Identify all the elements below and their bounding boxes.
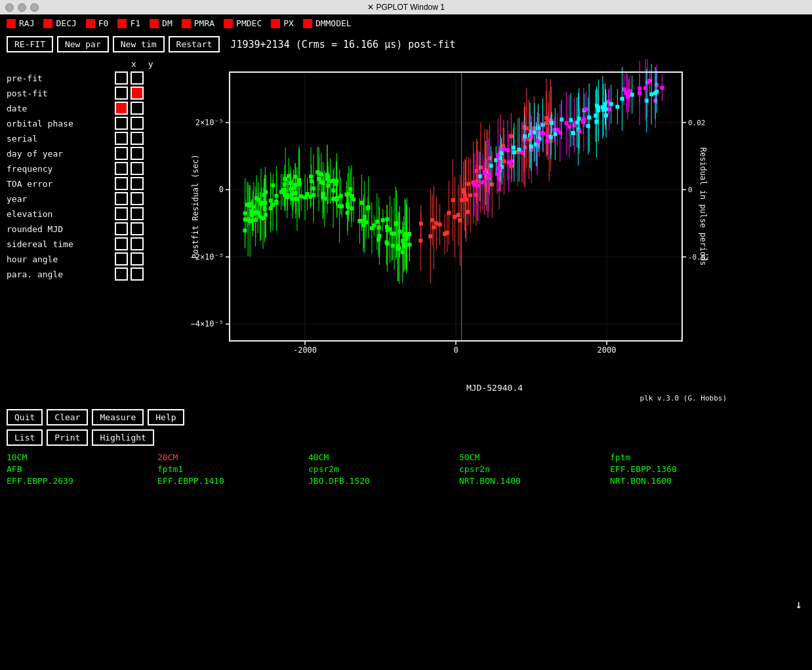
x-checkbox[interactable] (115, 132, 128, 145)
clear-button[interactable]: Clear (47, 409, 88, 425)
y-checkbox[interactable] (131, 117, 144, 130)
legend-item-fptm: fptm (610, 452, 761, 462)
row-hour-angle: hour angle (7, 252, 184, 266)
y-checkbox[interactable] (131, 222, 144, 235)
legend-row: 10CM20CM40CM50CMfptmAFBfptm1cpsr2mcpsr2n… (0, 450, 812, 488)
y-checkbox[interactable] (131, 237, 144, 250)
x-checkbox[interactable] (115, 162, 128, 175)
row-day-of-year: day of year (7, 147, 184, 160)
scroll-down-icon[interactable]: ↓ (795, 597, 802, 611)
newtim-button[interactable]: New tim (113, 36, 165, 52)
y-checkbox[interactable] (131, 162, 144, 175)
x-checkbox[interactable] (115, 237, 128, 250)
param-pmra[interactable]: PMRA (182, 18, 214, 28)
x-checkbox[interactable] (115, 192, 128, 205)
param-indicator (271, 19, 280, 28)
bottom-buttons: Quit Clear Measure Help List Print Highl… (0, 405, 812, 450)
help-button[interactable]: Help (148, 409, 184, 425)
param-indicator (224, 19, 233, 28)
legend-item-eff.ebpp.2639: EFF.EBPP.2639 (7, 476, 157, 486)
list-button[interactable]: List (7, 429, 43, 446)
row-sidereal-time: sidereal time (7, 237, 184, 250)
main-area: x y pre-fitpost-fitdateorbital phaseseri… (0, 56, 812, 405)
param-decj[interactable]: DECJ (43, 18, 76, 28)
x-checkbox[interactable] (115, 71, 128, 85)
row-label: rounded MJD (7, 224, 115, 234)
x-checkbox[interactable] (115, 267, 128, 281)
plk-version: plk v.3.0 (G. Hobbs) (184, 394, 727, 403)
x-checkbox[interactable] (115, 207, 128, 220)
plot-area: MJD-52940.4 plk v.3.0 (G. Hobbs) (184, 59, 805, 403)
window-title: ✕ PGPLOT Window 1 (367, 3, 445, 12)
plot-title: J1939+2134 (Crms = 16.166 μs) post-fit (230, 39, 455, 50)
legend-item-10cm: 10CM (7, 452, 157, 462)
y-checkbox[interactable] (131, 132, 144, 145)
y-checkbox[interactable] (131, 252, 144, 266)
minimize-button[interactable] (18, 3, 26, 12)
param-indicator (86, 19, 95, 28)
param-dmmodel[interactable]: DMMODEL (303, 18, 352, 28)
param-px[interactable]: PX (271, 18, 294, 28)
y-checkbox[interactable] (131, 192, 144, 205)
y-checkbox[interactable] (131, 267, 144, 281)
x-checkbox[interactable] (115, 87, 128, 100)
y-checkbox[interactable] (131, 71, 144, 85)
row-label: hour angle (7, 254, 115, 264)
measure-button[interactable]: Measure (92, 409, 144, 425)
newpar-button[interactable]: New par (57, 36, 109, 52)
plot-container (190, 59, 805, 380)
print-button[interactable]: Print (47, 429, 88, 446)
xy-header: x y (131, 59, 184, 69)
row-label: date (7, 104, 115, 113)
legend-item-40cm: 40CM (308, 452, 459, 462)
row-rounded-mjd: rounded MJD (7, 222, 184, 235)
param-indicator (117, 19, 127, 28)
row-elevation: elevation (7, 207, 184, 220)
close-button[interactable] (5, 3, 14, 12)
x-checkbox[interactable] (115, 117, 128, 130)
row-label: day of year (7, 149, 115, 159)
y-checkbox[interactable] (131, 147, 144, 160)
x-checkbox[interactable] (115, 252, 128, 266)
y-checkbox[interactable] (131, 102, 144, 115)
x-label: x (131, 59, 136, 69)
row-para.-angle: para. angle (7, 267, 184, 281)
row-serial: serial (7, 132, 184, 145)
param-pmdec[interactable]: PMDEC (224, 18, 262, 28)
y-checkbox[interactable] (131, 207, 144, 220)
row-label: TOA error (7, 179, 115, 189)
param-raj[interactable]: RAJ (7, 18, 34, 28)
param-f1[interactable]: F1 (117, 18, 140, 28)
param-indicator (43, 19, 52, 28)
legend-item-nrt.bon.1600: NRT.BON.1600 (610, 476, 761, 486)
left-panel: x y pre-fitpost-fitdateorbital phaseseri… (7, 59, 184, 403)
row-pre-fit: pre-fit (7, 71, 184, 85)
param-dm[interactable]: DM (150, 18, 173, 28)
y-label: y (148, 59, 153, 69)
y-checkbox[interactable] (131, 177, 144, 190)
highlight-button[interactable]: Highlight (92, 429, 153, 446)
param-indicator (7, 19, 16, 28)
legend-item-eff.ebpp.1360: EFF.EBPP.1360 (610, 464, 761, 474)
legend-item-eff.ebpp.1410: EFF.EBPP.1410 (157, 476, 308, 486)
row-frequency: frequency (7, 162, 184, 175)
legend-item-cpsr2m: cpsr2m (308, 464, 459, 474)
x-checkbox[interactable] (115, 102, 128, 115)
quit-button[interactable]: Quit (7, 409, 43, 425)
legend-item-cpsr2n: cpsr2n (459, 464, 610, 474)
x-checkbox[interactable] (115, 222, 128, 235)
maximize-button[interactable] (30, 3, 39, 12)
y-checkbox[interactable] (131, 87, 144, 100)
x-checkbox[interactable] (115, 177, 128, 190)
param-indicator (150, 19, 159, 28)
restart-button[interactable]: Restart (169, 36, 220, 52)
refit-button[interactable]: RE-FIT (7, 36, 53, 52)
titlebar: ✕ PGPLOT Window 1 (0, 0, 812, 14)
param-f0[interactable]: F0 (86, 18, 109, 28)
x-checkbox[interactable] (115, 147, 128, 160)
row-post-fit: post-fit (7, 87, 184, 100)
row-date: date (7, 102, 184, 115)
plot-canvas[interactable] (190, 59, 708, 380)
row-label: year (7, 194, 115, 204)
row-label: elevation (7, 209, 115, 219)
